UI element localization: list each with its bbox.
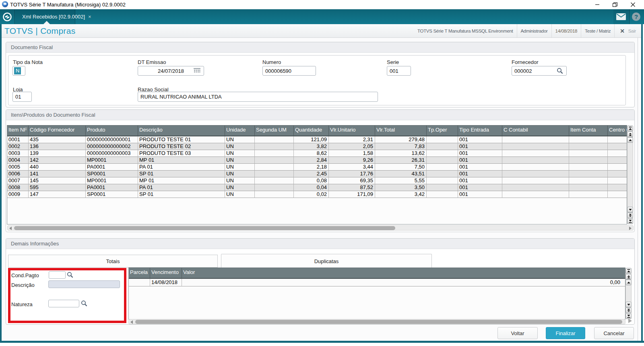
itens-horizontal-scrollbar[interactable] bbox=[7, 225, 634, 231]
loja-input[interactable]: 01 bbox=[12, 92, 32, 102]
documento-fiscal-form: Tipo da Nota N DT Emissao 24/07/2018 Num… bbox=[8, 55, 626, 105]
scroll-up-icon bbox=[627, 280, 631, 284]
scroll-top-button[interactable] bbox=[627, 126, 633, 131]
cond-pagto-search-icon[interactable] bbox=[67, 272, 73, 278]
itens-grid-column-header[interactable]: Vlr.Unitario bbox=[328, 126, 375, 136]
itens-grid-column-header[interactable]: Produto bbox=[85, 126, 138, 136]
dup-grid-column-header[interactable]: Parcela bbox=[129, 268, 150, 278]
fornecedor-search-icon[interactable] bbox=[557, 68, 563, 74]
itens-grid-column-header[interactable]: Vlr.Total bbox=[375, 126, 426, 136]
close-window-button[interactable] bbox=[624, 0, 642, 9]
help-button[interactable]: ? bbox=[629, 9, 643, 24]
table-row[interactable]: 0002136000000000000002PRODUTO TESTE 02UN… bbox=[7, 143, 627, 150]
restore-button[interactable] bbox=[606, 0, 624, 9]
grid-cell bbox=[502, 177, 569, 184]
itens-grid-column-header[interactable]: Item Conta bbox=[569, 126, 607, 136]
scroll-right-icon[interactable] bbox=[629, 227, 632, 230]
grid-cell: 142 bbox=[28, 157, 85, 164]
scroll-pgup-button[interactable] bbox=[625, 274, 632, 280]
grid-cell: UN bbox=[225, 164, 254, 171]
itens-grid-column-header[interactable]: Quantidade bbox=[293, 126, 328, 136]
scroll-pgup-button[interactable] bbox=[627, 132, 633, 137]
scroll-bottom-button[interactable] bbox=[627, 218, 633, 224]
table-row[interactable]: 0005440PA0001PA 01UN2,183,447,50001 bbox=[7, 164, 627, 171]
scroll-pgdown-button[interactable] bbox=[627, 212, 633, 218]
scroll-up-icon bbox=[628, 138, 632, 142]
table-row[interactable]: 0008595PA0001PA 01UN0,0487,523,50001 bbox=[7, 184, 627, 191]
itens-grid-column-header[interactable]: Segunda UM bbox=[254, 126, 293, 136]
panel-demais-header: Demais Informações bbox=[6, 239, 634, 249]
scroll-bottom-button[interactable] bbox=[625, 313, 632, 319]
window-title: TOTVS Série T Manufatura (Microsiga) 02.… bbox=[10, 2, 126, 8]
active-tab-notch bbox=[43, 21, 50, 24]
tab-totais[interactable]: Totais bbox=[8, 255, 218, 268]
scroll-up-button[interactable] bbox=[627, 137, 633, 143]
natureza-search-icon[interactable] bbox=[81, 300, 87, 307]
table-row[interactable]: 0009147SP0001SP 01UN0,02171,093,42001 bbox=[7, 191, 627, 198]
scroll-pgdown-icon bbox=[628, 213, 632, 217]
itens-vertical-scrollbar[interactable] bbox=[627, 126, 634, 224]
dup-hscroll-thumb[interactable] bbox=[135, 320, 622, 324]
descricao-input bbox=[48, 280, 120, 288]
tab-close-icon[interactable]: × bbox=[88, 14, 91, 19]
itens-grid-column-header[interactable]: Item NF bbox=[7, 126, 28, 136]
numero-input[interactable]: 000006590 bbox=[262, 66, 316, 76]
itens-grid-column-header[interactable]: Descrição bbox=[138, 126, 225, 136]
table-row[interactable]: 14/08/20180,00 bbox=[129, 279, 625, 286]
grid-cell: UN bbox=[225, 157, 254, 164]
grid-cell: PA0001 bbox=[85, 184, 138, 191]
calendar-icon[interactable] bbox=[194, 68, 200, 74]
itens-hscroll-thumb[interactable] bbox=[14, 226, 395, 230]
itens-grid-column-header[interactable]: Tipo Entrada bbox=[458, 126, 502, 136]
scroll-left-icon[interactable] bbox=[9, 227, 12, 230]
itens-grid-column-header[interactable]: Código Fornecedor bbox=[28, 126, 85, 136]
scroll-top-icon bbox=[628, 126, 632, 130]
totvs-menu-button[interactable] bbox=[0, 9, 15, 24]
table-row[interactable]: 0007145MP0001MP 01UN0,0869,355,55001 bbox=[7, 177, 627, 184]
table-row[interactable]: 0003139000000000000003PRODUTO TESTE 03UN… bbox=[7, 150, 627, 157]
dup-grid-column-header[interactable]: Valor bbox=[182, 268, 625, 278]
grid-cell: 001 bbox=[458, 177, 502, 184]
grid-cell: UN bbox=[225, 184, 254, 191]
serie-input[interactable]: 001 bbox=[387, 66, 411, 76]
razao-social-input[interactable]: RURAL NUTRICAO ANIMAL LTDA bbox=[138, 92, 378, 102]
grid-cell: 0003 bbox=[7, 150, 28, 157]
grid-cell: 136 bbox=[28, 143, 85, 150]
tipo-da-nota-input[interactable]: N bbox=[12, 66, 25, 76]
table-row[interactable]: 0006141SP0001SP 01UN2,4517,7643,51001 bbox=[7, 171, 627, 177]
table-row[interactable]: 0004142MP0001MP 01UN2,849,2626,31001 bbox=[7, 157, 627, 164]
grid-cell: MP0001 bbox=[85, 157, 138, 164]
itens-grid-header-row: Item NFCódigo FornecedorProdutoDescrição… bbox=[7, 126, 627, 136]
dup-scroll-right-icon[interactable] bbox=[627, 319, 633, 323]
itens-grid-column-header[interactable]: C Contabil bbox=[502, 126, 569, 136]
grid-cell: 3,82 bbox=[293, 143, 328, 150]
table-row[interactable]: 0001435000000000000001PRODUTO TESTE 01UN… bbox=[7, 136, 627, 143]
cancelar-button[interactable]: Cancelar bbox=[594, 327, 634, 339]
scroll-pgdown-button[interactable] bbox=[625, 307, 632, 313]
tab-duplicatas[interactable]: Duplicatas bbox=[221, 254, 432, 268]
itens-grid-column-header[interactable]: Tp.Oper bbox=[426, 126, 458, 136]
grid-cell: 279,48 bbox=[375, 136, 426, 143]
dup-grid-column-header[interactable]: Vencimento bbox=[150, 268, 182, 278]
cond-pagto-input[interactable] bbox=[49, 271, 66, 279]
itens-grid-column-header[interactable]: Centro Cu bbox=[607, 126, 627, 136]
duplicatas-horizontal-scrollbar[interactable] bbox=[128, 319, 625, 324]
voltar-button[interactable]: Voltar bbox=[497, 327, 538, 339]
minimize-button[interactable] bbox=[588, 0, 606, 9]
grid-cell: UN bbox=[225, 143, 254, 150]
dup-scroll-left-icon[interactable] bbox=[130, 320, 133, 324]
duplicatas-vertical-scrollbar[interactable] bbox=[625, 268, 632, 319]
sair-button[interactable]: ✕ Sair bbox=[614, 24, 640, 37]
grid-cell: 13,62 bbox=[375, 150, 426, 157]
scroll-up-button[interactable] bbox=[625, 280, 632, 285]
mail-button[interactable] bbox=[613, 9, 629, 24]
natureza-input[interactable] bbox=[48, 300, 79, 307]
scroll-down-button[interactable] bbox=[627, 207, 633, 212]
grid-cell: UN bbox=[225, 171, 254, 177]
scroll-top-button[interactable] bbox=[625, 268, 632, 274]
itens-grid-column-header[interactable]: Unidade bbox=[225, 126, 254, 136]
grid-cell: 000000000000001 bbox=[85, 136, 138, 143]
finalizar-button[interactable]: Finalizar bbox=[546, 327, 585, 339]
scroll-down-button[interactable] bbox=[625, 302, 632, 307]
panel-documento-fiscal: Documento Fiscal Tipo da Nota N DT Emiss… bbox=[6, 42, 635, 107]
